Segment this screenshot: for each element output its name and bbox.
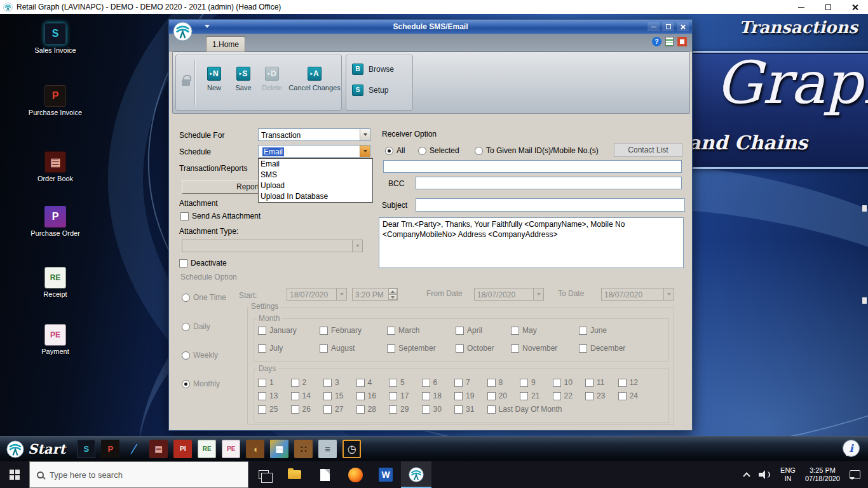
- day-checkbox[interactable]: 9: [520, 378, 553, 387]
- checkbox-icon[interactable]: [179, 259, 187, 268]
- checkbox-icon[interactable]: [356, 379, 365, 387]
- radio-icon[interactable]: [475, 147, 483, 155]
- day-checkbox[interactable]: 12: [618, 378, 651, 387]
- receiver-selected-radio[interactable]: Selected: [418, 146, 459, 155]
- day-checkbox[interactable]: 16: [356, 391, 390, 400]
- day-checkbox[interactable]: 3: [323, 378, 356, 387]
- checkbox-icon[interactable]: [387, 344, 395, 353]
- dialog-close-button[interactable]: [677, 22, 689, 31]
- pen-icon[interactable]: ∕: [125, 440, 144, 458]
- day-checkbox[interactable]: 31: [454, 405, 487, 414]
- month-checkbox[interactable]: November: [511, 344, 579, 353]
- checkbox-icon[interactable]: [579, 327, 587, 335]
- checkbox-icon[interactable]: [258, 405, 266, 414]
- month-checkbox[interactable]: December: [579, 344, 649, 353]
- checkbox-icon[interactable]: [291, 379, 299, 387]
- day-checkbox[interactable]: 11: [585, 378, 618, 387]
- day-checkbox[interactable]: 7: [454, 378, 487, 387]
- day-checkbox[interactable]: Last Day Of Month: [487, 405, 651, 414]
- tab-home[interactable]: 1.Home: [206, 36, 245, 51]
- desktop-icon-order-book[interactable]: ▤ Order Book: [28, 151, 83, 183]
- checkbox-icon[interactable]: [291, 392, 299, 400]
- payment-icon[interactable]: PE: [222, 440, 240, 458]
- checkbox-icon[interactable]: [520, 392, 528, 400]
- monthly-radio[interactable]: Monthly: [182, 379, 220, 388]
- day-checkbox[interactable]: 22: [553, 391, 586, 400]
- one-time-radio[interactable]: One Time: [182, 293, 226, 302]
- schedule-for-dropdown[interactable]: Transaction: [258, 128, 370, 141]
- save-button[interactable]: S Save: [229, 55, 257, 109]
- day-checkbox[interactable]: 15: [323, 391, 356, 400]
- checkbox-icon[interactable]: [456, 344, 464, 353]
- message-textarea[interactable]: Dear Trn.<Party>, Thanks, Your Faithfull…: [379, 217, 684, 268]
- windows-start-button[interactable]: [0, 461, 29, 488]
- tray-expand-icon[interactable]: [743, 472, 750, 479]
- brand-badge-icon[interactable]: [677, 37, 687, 46]
- desktop-icon-purchase-invoice[interactable]: P Purchase Invoice: [28, 85, 83, 117]
- app-start-button[interactable]: Start: [28, 441, 65, 457]
- checkbox-icon[interactable]: [320, 327, 328, 335]
- chevron-down-icon[interactable]: [360, 129, 370, 140]
- language-indicator[interactable]: ENG IN: [780, 466, 796, 483]
- day-checkbox[interactable]: 14: [291, 391, 324, 400]
- month-checkbox[interactable]: June: [579, 326, 649, 335]
- month-checkbox[interactable]: August: [320, 344, 387, 353]
- setup-button[interactable]: S Setup: [352, 85, 388, 96]
- deactivate-checkbox[interactable]: Deactivate: [179, 259, 227, 268]
- day-checkbox[interactable]: 8: [487, 378, 520, 387]
- day-checkbox[interactable]: 19: [454, 391, 487, 400]
- info-bubble-icon[interactable]: i: [843, 440, 860, 457]
- month-checkbox[interactable]: September: [387, 344, 456, 353]
- checkbox-icon[interactable]: [456, 327, 464, 335]
- day-checkbox[interactable]: 21: [520, 391, 553, 400]
- checkbox-icon[interactable]: [180, 212, 189, 220]
- order-book-icon[interactable]: ▤: [149, 440, 168, 458]
- day-checkbox[interactable]: 10: [553, 378, 586, 387]
- radio-icon[interactable]: [385, 147, 393, 155]
- receiver-all-radio[interactable]: All: [385, 146, 405, 155]
- checkbox-icon[interactable]: [585, 379, 593, 387]
- checkbox-icon[interactable]: [618, 379, 627, 387]
- checkbox-icon[interactable]: [387, 327, 395, 335]
- main-titlebar[interactable]: Retail Graph (LAVINAPC) - DEMO - DEMO 20…: [0, 0, 868, 14]
- checkbox-icon[interactable]: [422, 392, 430, 400]
- day-checkbox[interactable]: 29: [389, 405, 422, 414]
- window-close-button[interactable]: [841, 0, 868, 14]
- dialog-minimize-button[interactable]: [648, 22, 660, 31]
- retail-graph-start-logo-icon[interactable]: [6, 440, 24, 458]
- month-checkbox[interactable]: January: [258, 326, 320, 335]
- radio-icon[interactable]: [418, 147, 426, 155]
- checkbox-icon[interactable]: [422, 405, 430, 414]
- sheet-icon[interactable]: [665, 37, 674, 46]
- cancel-changes-button[interactable]: A Cancel Changes: [288, 55, 341, 109]
- month-checkbox[interactable]: May: [511, 326, 579, 335]
- month-checkbox[interactable]: July: [258, 344, 320, 353]
- window-minimize-button[interactable]: [788, 0, 815, 14]
- abacus-icon[interactable]: ∷: [294, 440, 313, 458]
- day-checkbox[interactable]: 4: [356, 378, 390, 387]
- month-checkbox[interactable]: March: [387, 326, 456, 335]
- printer-icon[interactable]: ≡: [318, 440, 337, 458]
- checkbox-icon[interactable]: [487, 405, 496, 414]
- dropdown-option[interactable]: Upload: [259, 180, 372, 191]
- checkbox-icon[interactable]: [553, 392, 561, 400]
- receipt-icon[interactable]: RE: [198, 440, 216, 458]
- weekly-radio[interactable]: Weekly: [182, 351, 218, 360]
- subject-input[interactable]: [416, 198, 685, 212]
- checkbox-icon[interactable]: [585, 392, 593, 400]
- checkbox-icon[interactable]: [618, 392, 627, 400]
- radio-icon[interactable]: [182, 380, 190, 388]
- help-icon[interactable]: ?: [652, 37, 661, 46]
- taskbar-firefox-button[interactable]: [340, 461, 370, 488]
- checkbox-icon[interactable]: [320, 344, 328, 353]
- receiver-given-radio[interactable]: To Given Mail ID(s)/Mobile No.(s): [475, 146, 599, 155]
- purse-icon[interactable]: ◖: [246, 440, 264, 458]
- checkbox-icon[interactable]: [356, 392, 365, 400]
- day-checkbox[interactable]: 20: [487, 391, 520, 400]
- checkbox-icon[interactable]: [389, 405, 397, 414]
- new-button[interactable]: N New: [200, 55, 228, 109]
- purchase-order-icon[interactable]: PI: [173, 440, 192, 458]
- recipients-input[interactable]: [383, 160, 682, 173]
- desktop-icon-receipt[interactable]: RE Receipt: [28, 267, 83, 299]
- checkbox-icon[interactable]: [258, 344, 266, 353]
